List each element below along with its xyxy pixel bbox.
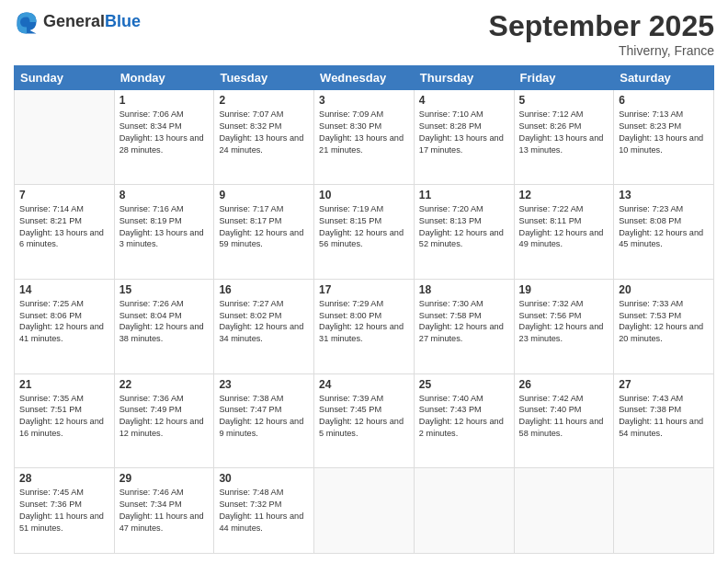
- sunrise-label: Sunrise: 7:13 AM: [619, 109, 683, 119]
- day-number: 18: [419, 283, 509, 296]
- table-row: 14 Sunrise: 7:25 AM Sunset: 8:06 PM Dayl…: [15, 279, 115, 373]
- day-info: Sunrise: 7:16 AM Sunset: 8:19 PM Dayligh…: [119, 203, 210, 251]
- daylight-label: Daylight: 12 hours and 31 minutes.: [319, 322, 404, 343]
- day-number: 25: [419, 378, 509, 391]
- col-wednesday: Wednesday: [314, 66, 415, 90]
- daylight-label: Daylight: 12 hours and 16 minutes.: [19, 417, 104, 438]
- daylight-label: Daylight: 12 hours and 38 minutes.: [119, 322, 204, 343]
- table-row: [414, 468, 514, 554]
- day-info: Sunrise: 7:43 AM Sunset: 7:38 PM Dayligh…: [619, 393, 709, 441]
- day-info: Sunrise: 7:25 AM Sunset: 8:06 PM Dayligh…: [19, 298, 109, 346]
- sunrise-label: Sunrise: 7:46 AM: [119, 488, 184, 497]
- sunset-label: Sunset: 8:06 PM: [19, 311, 82, 320]
- day-info: Sunrise: 7:39 AM Sunset: 7:45 PM Dayligh…: [319, 393, 409, 441]
- sunset-label: Sunset: 7:36 PM: [19, 500, 82, 509]
- sunrise-label: Sunrise: 7:33 AM: [619, 299, 683, 308]
- table-row: 16 Sunrise: 7:27 AM Sunset: 8:02 PM Dayl…: [214, 279, 314, 373]
- daylight-label: Daylight: 11 hours and 54 minutes.: [619, 417, 703, 438]
- day-number: 20: [619, 283, 709, 296]
- day-number: 4: [419, 94, 509, 107]
- day-number: 9: [219, 189, 309, 201]
- sunset-label: Sunset: 8:34 PM: [119, 121, 182, 131]
- day-info: Sunrise: 7:07 AM Sunset: 8:32 PM Dayligh…: [219, 109, 309, 156]
- day-number: 21: [19, 378, 109, 391]
- sunrise-label: Sunrise: 7:35 AM: [19, 394, 84, 403]
- daylight-label: Daylight: 13 hours and 6 minutes.: [19, 228, 104, 249]
- sunset-label: Sunset: 8:11 PM: [519, 216, 582, 225]
- page: GeneralBlue September 2025 Thiverny, Fra…: [0, 0, 728, 563]
- daylight-label: Daylight: 13 hours and 13 minutes.: [519, 133, 604, 155]
- sunset-label: Sunset: 8:28 PM: [419, 121, 482, 131]
- calendar-week-row: 7 Sunrise: 7:14 AM Sunset: 8:21 PM Dayli…: [15, 184, 714, 279]
- day-info: Sunrise: 7:29 AM Sunset: 8:00 PM Dayligh…: [319, 298, 409, 346]
- sunrise-label: Sunrise: 7:32 AM: [519, 299, 584, 308]
- day-info: Sunrise: 7:35 AM Sunset: 7:51 PM Dayligh…: [19, 393, 109, 441]
- sunrise-label: Sunrise: 7:39 AM: [319, 394, 383, 403]
- sunrise-label: Sunrise: 7:12 AM: [519, 109, 584, 119]
- logo-blue: Blue: [105, 12, 141, 30]
- sunset-label: Sunset: 7:58 PM: [419, 311, 482, 320]
- sunrise-label: Sunrise: 7:23 AM: [619, 204, 683, 213]
- daylight-label: Daylight: 13 hours and 28 minutes.: [119, 133, 204, 155]
- logo: GeneralBlue: [14, 9, 141, 35]
- table-row: 11 Sunrise: 7:20 AM Sunset: 8:13 PM Dayl…: [414, 184, 514, 279]
- sunset-label: Sunset: 8:19 PM: [119, 216, 182, 225]
- day-info: Sunrise: 7:33 AM Sunset: 7:53 PM Dayligh…: [619, 298, 709, 346]
- daylight-label: Daylight: 12 hours and 5 minutes.: [319, 417, 404, 438]
- daylight-label: Daylight: 12 hours and 52 minutes.: [419, 228, 504, 249]
- table-row: 8 Sunrise: 7:16 AM Sunset: 8:19 PM Dayli…: [114, 184, 214, 279]
- table-row: 6 Sunrise: 7:13 AM Sunset: 8:23 PM Dayli…: [614, 90, 714, 185]
- day-number: 28: [19, 472, 109, 485]
- sunrise-label: Sunrise: 7:10 AM: [419, 109, 483, 119]
- calendar-week-row: 1 Sunrise: 7:06 AM Sunset: 8:34 PM Dayli…: [15, 90, 714, 185]
- daylight-label: Daylight: 11 hours and 51 minutes.: [19, 511, 104, 533]
- table-row: 30 Sunrise: 7:48 AM Sunset: 7:32 PM Dayl…: [214, 468, 314, 554]
- table-row: [514, 468, 614, 554]
- day-info: Sunrise: 7:09 AM Sunset: 8:30 PM Dayligh…: [319, 109, 409, 156]
- day-number: 7: [19, 189, 109, 201]
- table-row: 19 Sunrise: 7:32 AM Sunset: 7:56 PM Dayl…: [514, 279, 614, 373]
- day-info: Sunrise: 7:14 AM Sunset: 8:21 PM Dayligh…: [19, 203, 109, 251]
- daylight-label: Daylight: 12 hours and 34 minutes.: [219, 322, 303, 343]
- sunrise-label: Sunrise: 7:17 AM: [219, 204, 283, 213]
- table-row: 17 Sunrise: 7:29 AM Sunset: 8:00 PM Dayl…: [314, 279, 415, 373]
- day-number: 11: [419, 189, 509, 201]
- sunrise-label: Sunrise: 7:48 AM: [219, 488, 283, 497]
- title-block: September 2025 Thiverny, France: [489, 9, 714, 58]
- day-number: 16: [219, 283, 309, 296]
- sunset-label: Sunset: 7:34 PM: [119, 500, 182, 509]
- day-number: 10: [319, 189, 409, 201]
- table-row: 26 Sunrise: 7:42 AM Sunset: 7:40 PM Dayl…: [514, 373, 614, 468]
- day-number: 1: [119, 94, 210, 107]
- daylight-label: Daylight: 13 hours and 24 minutes.: [219, 133, 303, 155]
- day-info: Sunrise: 7:23 AM Sunset: 8:08 PM Dayligh…: [619, 203, 709, 251]
- sunrise-label: Sunrise: 7:22 AM: [519, 204, 584, 213]
- day-number: 23: [219, 378, 309, 391]
- sunrise-label: Sunrise: 7:29 AM: [319, 299, 383, 308]
- table-row: 15 Sunrise: 7:26 AM Sunset: 8:04 PM Dayl…: [114, 279, 214, 373]
- table-row: 21 Sunrise: 7:35 AM Sunset: 7:51 PM Dayl…: [15, 373, 115, 468]
- table-row: 27 Sunrise: 7:43 AM Sunset: 7:38 PM Dayl…: [614, 373, 714, 468]
- sunrise-label: Sunrise: 7:09 AM: [319, 109, 383, 119]
- table-row: 7 Sunrise: 7:14 AM Sunset: 8:21 PM Dayli…: [15, 184, 115, 279]
- table-row: 3 Sunrise: 7:09 AM Sunset: 8:30 PM Dayli…: [314, 90, 415, 185]
- col-tuesday: Tuesday: [214, 66, 314, 90]
- day-info: Sunrise: 7:20 AM Sunset: 8:13 PM Dayligh…: [419, 203, 509, 251]
- sunrise-label: Sunrise: 7:40 AM: [419, 394, 483, 403]
- sunrise-label: Sunrise: 7:30 AM: [419, 299, 483, 308]
- sunset-label: Sunset: 8:08 PM: [619, 216, 681, 225]
- sunset-label: Sunset: 8:26 PM: [519, 121, 582, 131]
- day-number: 17: [319, 283, 409, 296]
- sunrise-label: Sunrise: 7:36 AM: [119, 394, 184, 403]
- day-number: 12: [519, 189, 609, 201]
- table-row: 9 Sunrise: 7:17 AM Sunset: 8:17 PM Dayli…: [214, 184, 314, 279]
- day-info: Sunrise: 7:12 AM Sunset: 8:26 PM Dayligh…: [519, 109, 609, 156]
- daylight-label: Daylight: 12 hours and 56 minutes.: [319, 228, 404, 249]
- calendar-header-row: Sunday Monday Tuesday Wednesday Thursday…: [15, 66, 714, 90]
- calendar-week-row: 28 Sunrise: 7:45 AM Sunset: 7:36 PM Dayl…: [15, 468, 714, 554]
- calendar-week-row: 21 Sunrise: 7:35 AM Sunset: 7:51 PM Dayl…: [15, 373, 714, 468]
- sunset-label: Sunset: 7:51 PM: [19, 405, 82, 414]
- daylight-label: Daylight: 12 hours and 59 minutes.: [219, 228, 303, 249]
- sunrise-label: Sunrise: 7:06 AM: [119, 109, 184, 119]
- day-number: 14: [19, 283, 109, 296]
